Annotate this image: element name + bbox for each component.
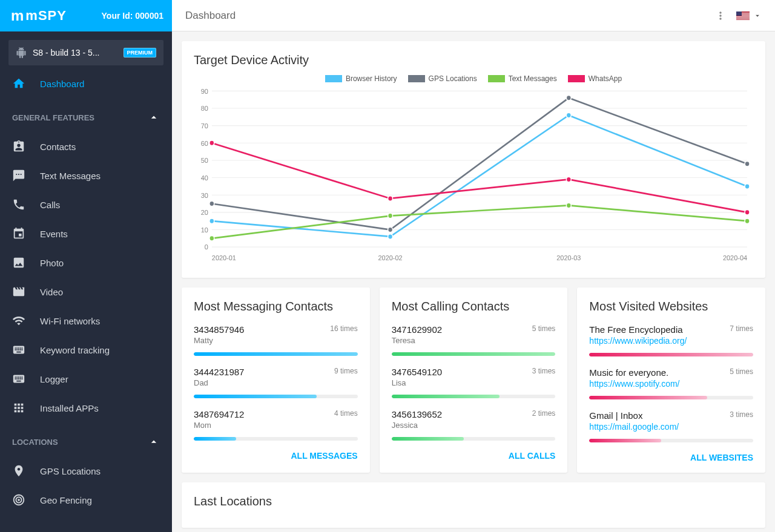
sidebar-item-text-messages[interactable]: Text Messages xyxy=(0,161,172,190)
language-selector[interactable] xyxy=(736,11,762,20)
event-icon xyxy=(12,227,25,240)
sidebar-section-general[interactable]: GENERAL FEATURES xyxy=(0,103,172,132)
item-title: 3434857946 xyxy=(194,324,244,335)
sidebar-item-keyword-tracking[interactable]: Keyword tracking xyxy=(0,335,172,364)
stats-row: Most Messaging Contacts 3434857946Matty1… xyxy=(182,287,765,482)
sidebar-item-label: Calls xyxy=(40,200,60,210)
more-icon[interactable] xyxy=(714,10,727,22)
legend-label: Browser History xyxy=(346,74,397,83)
item-title: Gmail | Inbox xyxy=(589,410,679,421)
apps-icon xyxy=(12,401,25,415)
item-title: 3471629902 xyxy=(392,324,442,335)
svg-text:60: 60 xyxy=(201,139,208,146)
sidebar-item-events[interactable]: Events xyxy=(0,219,172,248)
page-title: Dashboard xyxy=(185,10,236,22)
item-link[interactable]: https://mail.google.com/ xyxy=(589,422,679,432)
item-subtitle: Matty xyxy=(194,336,244,345)
legend-item[interactable]: Text Messages xyxy=(488,74,557,83)
sidebar-item-label: Geo Fencing xyxy=(40,495,92,505)
photo-icon xyxy=(12,256,25,269)
legend-label: GPS Locations xyxy=(429,74,477,83)
flag-us-icon xyxy=(736,11,750,20)
keyboard-icon xyxy=(12,372,25,386)
chevron-up-icon xyxy=(148,111,160,123)
device-name: S8 - build 13 - 5... xyxy=(33,48,117,57)
svg-point-32 xyxy=(209,236,214,241)
legend-swatch xyxy=(408,75,425,82)
list-item: The Free Encyclopediahttps://www.wikiped… xyxy=(589,324,753,356)
item-subtitle: Dad xyxy=(194,378,244,387)
item-subtitle: Mom xyxy=(194,421,244,430)
sidebar-item-label: Contacts xyxy=(40,142,76,152)
sidebar-item-photo[interactable]: Photo xyxy=(0,248,172,277)
sms-icon xyxy=(12,169,25,182)
legend-swatch xyxy=(568,75,585,82)
svg-text:30: 30 xyxy=(201,191,208,199)
sidebar-item-label: Installed APPs xyxy=(40,403,99,413)
most-messaging-card: Most Messaging Contacts 3434857946Matty1… xyxy=(182,287,370,473)
list-item: 3476549120Lisa3 times xyxy=(392,367,556,398)
svg-point-29 xyxy=(388,227,393,232)
sidebar-item-contacts[interactable]: Contacts xyxy=(0,132,172,161)
sidebar: mmSPY Your Id: 000001 S8 - build 13 - 5.… xyxy=(0,0,172,532)
item-link[interactable]: https://www.spotify.com/ xyxy=(589,379,679,389)
item-count: 5 times xyxy=(730,367,753,376)
svg-point-25 xyxy=(388,234,393,240)
content: Target Device Activity Browser HistoryGP… xyxy=(172,31,775,532)
legend-item[interactable]: Browser History xyxy=(325,74,397,83)
item-subtitle: Teresa xyxy=(392,336,442,345)
svg-text:2020-01: 2020-01 xyxy=(212,254,236,261)
card-title: Most Calling Contacts xyxy=(392,300,556,314)
legend-item[interactable]: GPS Locations xyxy=(408,74,477,83)
sidebar-item-installed-apps[interactable]: Installed APPs xyxy=(0,393,172,422)
legend-item[interactable]: WhatsApp xyxy=(568,74,622,83)
activity-title: Target Device Activity xyxy=(194,53,753,67)
sidebar-item-logger[interactable]: Logger xyxy=(0,364,172,393)
progress-bar xyxy=(194,395,358,398)
all-messages-link[interactable]: ALL MESSAGES xyxy=(291,451,357,461)
progress-bar xyxy=(392,395,556,398)
target-icon xyxy=(12,493,25,507)
sidebar-item-label: Photo xyxy=(40,258,64,268)
list-item: Gmail | Inboxhttps://mail.google.com/3 t… xyxy=(589,410,753,442)
sidebar-item-video[interactable]: Video xyxy=(0,277,172,306)
progress-bar xyxy=(589,353,753,356)
sidebar-item-label: GPS Locations xyxy=(40,466,101,476)
svg-text:0: 0 xyxy=(205,243,208,251)
item-count: 4 times xyxy=(334,409,358,418)
svg-point-37 xyxy=(388,196,393,202)
chevron-down-icon xyxy=(753,11,762,20)
activity-chart: 01020304050607080902020-012020-022020-03… xyxy=(194,88,753,263)
last-locations-card: Last Locations xyxy=(182,482,765,528)
device-selector[interactable]: S8 - build 13 - 5... PREMIUM xyxy=(8,40,163,65)
sidebar-item-dashboard[interactable]: Dashboard xyxy=(0,69,172,98)
sidebar-item-label: Video xyxy=(40,287,63,297)
sidebar-item-label: Wi-Fi networks xyxy=(40,316,100,326)
all-websites-link[interactable]: ALL WEBSITES xyxy=(690,453,753,462)
item-subtitle: Jessica xyxy=(392,421,442,430)
item-link[interactable]: https://www.wikipedia.org/ xyxy=(589,336,687,346)
item-subtitle: Lisa xyxy=(392,378,442,387)
svg-point-26 xyxy=(566,113,571,118)
sidebar-header: mmSPY Your Id: 000001 xyxy=(0,0,172,31)
svg-text:80: 80 xyxy=(201,105,208,112)
sidebar-item-wi-fi-networks[interactable]: Wi-Fi networks xyxy=(0,306,172,335)
list-item: 3471629902Teresa5 times xyxy=(392,324,556,356)
svg-text:50: 50 xyxy=(201,157,208,164)
home-icon xyxy=(12,77,25,90)
sidebar-item-gps-locations[interactable]: GPS Locations xyxy=(0,456,172,485)
svg-point-27 xyxy=(745,184,750,189)
topbar-actions xyxy=(714,10,762,22)
contacts-icon xyxy=(12,140,25,153)
list-item: 3456139652Jessica2 times xyxy=(392,409,556,441)
sidebar-section-label: LOCATIONS xyxy=(12,438,58,447)
item-count: 2 times xyxy=(532,409,556,418)
pin-icon xyxy=(12,464,25,478)
sidebar-item-calls[interactable]: Calls xyxy=(0,190,172,219)
svg-point-35 xyxy=(745,218,750,224)
sidebar-section-locations[interactable]: LOCATIONS xyxy=(0,427,172,456)
all-calls-link[interactable]: ALL CALLS xyxy=(509,451,556,461)
brand-logo: mmSPY xyxy=(11,7,67,24)
sidebar-item-geo-fencing[interactable]: Geo Fencing xyxy=(0,485,172,514)
keyboard-icon xyxy=(12,343,25,356)
